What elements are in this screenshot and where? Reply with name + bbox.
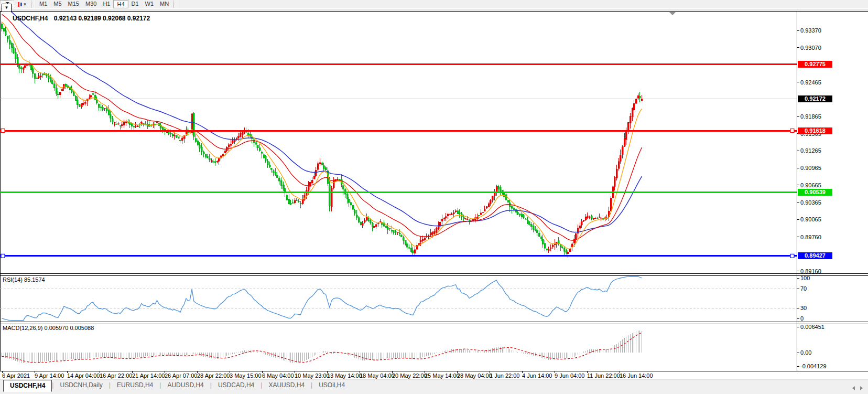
timeframe-button-m15[interactable]: M15	[65, 0, 82, 7]
rsi-panel	[0, 276, 797, 321]
scroll-left-icon[interactable]	[852, 386, 855, 390]
timeframe-button-w1[interactable]: W1	[142, 0, 157, 7]
timeframe-button-d1[interactable]: D1	[128, 0, 142, 7]
objects-tool-button[interactable]: ▾	[15, 0, 29, 8]
timeframe-button-mn[interactable]: MN	[157, 0, 172, 7]
top-toolbar: T ▾ M1M5M15M30H1H4D1W1MN	[0, 0, 868, 8]
tab-scroll-arrows	[852, 386, 863, 390]
tab-usdcad-h4[interactable]: USDCAD,H4	[212, 380, 261, 391]
chart-window: ▼ USDCHF,H4 0.92143 0.92189 0.92068 0.92…	[0, 11, 868, 379]
time-axis[interactable]	[0, 371, 797, 379]
hline-0.91618[interactable]	[0, 129, 797, 133]
tab-usoil-h4[interactable]: USOil,H4	[312, 380, 351, 391]
rsi-line	[2, 276, 642, 321]
timeframe-button-m1[interactable]: M1	[36, 0, 50, 7]
toolbar-separator	[173, 1, 177, 8]
macd-panel	[2, 331, 642, 363]
price-axis[interactable]	[797, 11, 868, 371]
scroll-right-icon[interactable]	[860, 386, 863, 390]
candles-layer	[1, 22, 643, 258]
timeframe-button-m5[interactable]: M5	[50, 0, 64, 7]
candle-icon	[20, 3, 22, 6]
shift-marker-icon	[669, 12, 676, 15]
toolbar-separator	[31, 1, 35, 8]
timeframe-button-h1[interactable]: H1	[100, 0, 113, 7]
tab-usdcnh-daily[interactable]: USDCNH,Daily	[53, 380, 108, 391]
chevron-down-icon: ▾	[24, 2, 26, 7]
candle-icon	[18, 2, 19, 7]
hline-0.89427[interactable]	[0, 254, 797, 258]
tab-usdchf-h4[interactable]: USDCHF,H4	[3, 380, 52, 392]
chart-canvas[interactable]	[0, 11, 868, 394]
chart-tab-bar: USDCHF,H4|USDCNH,Daily|EURUSD,H4|AUDUSD,…	[0, 379, 868, 394]
tab-eurusd-h4[interactable]: EURUSD,H4	[111, 380, 159, 391]
tab-audusd-h4[interactable]: AUDUSD,H4	[161, 380, 210, 391]
mt4-window: T ▾ M1M5M15M30H1H4D1W1MN ▼ USDCHF,H4 0.9…	[0, 0, 868, 394]
macd-signal-line	[2, 333, 642, 363]
timeframe-buttons: M1M5M15M30H1H4D1W1MN	[36, 0, 172, 8]
timeframe-button-h4[interactable]: H4	[113, 0, 128, 8]
chart-menu-button[interactable]: ▼	[2, 4, 12, 12]
timeframe-button-m30[interactable]: M30	[82, 0, 100, 7]
tab-xauusd-h4[interactable]: XAUUSD,H4	[262, 380, 311, 391]
